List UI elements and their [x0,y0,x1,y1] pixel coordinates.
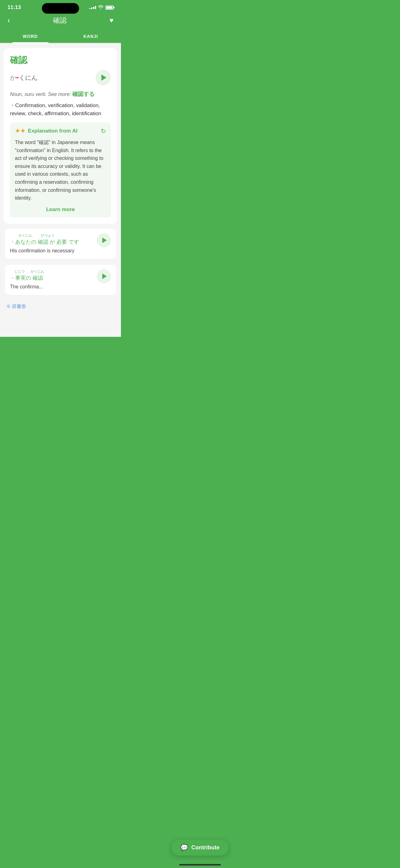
furigana-outline [16,77,19,78]
furigana-row: か くにん [10,70,111,85]
examples-section: かくにん ひつよう ・あなたの 確認 が 必要 です His confirmat… [4,224,117,312]
word-definitions: ・Confirmation, verification, validation,… [10,101,111,117]
ai-title: ✦✦ Explanation from AI [15,127,77,135]
play-example-1-button[interactable] [97,233,111,247]
dynamic-island [42,3,79,14]
nav-header: ‹ 確認 ♥ [0,13,121,30]
learn-more-button[interactable]: Learn more [15,207,106,213]
word-kanji: 確認 [10,54,111,66]
furigana-kakunin-2: かくにん [31,269,44,274]
furigana-kakunin-1: かくにん [19,233,32,238]
word-type-link[interactable]: 確認する [72,91,95,97]
sparkle-icon: ✦✦ [15,127,26,135]
main-content: 確認 か くにん Noun, suru verb. See more: 確認する… [0,43,121,337]
status-time: 11:13 [7,4,21,10]
play-icon-2 [102,274,107,279]
battery-icon [105,6,113,10]
furigana-text: か くにん [10,73,37,82]
status-right [89,5,113,10]
word-type: Noun, suru verb. See more: 確認する [10,90,111,98]
favorite-button[interactable]: ♥ [109,17,113,25]
furigana-rest: くにん [19,73,37,82]
example-content-1: かくにん ひつよう ・あなたの 確認 が 必要 です His confirmat… [10,233,94,254]
page-title: 確認 [53,16,67,25]
wifi-icon [98,5,104,10]
dictionary-note: ※ 辞書形 [5,301,116,312]
word-card: 確認 か くにん Noun, suru verb. See more: 確認する… [4,48,117,224]
example-jp-1: ・あなたの 確認 が 必要 です [10,239,94,246]
example-item: かくにん ひつよう ・あなたの 確認 が 必要 です His confirmat… [5,229,116,258]
example-en-1: His confirmation is necessary [10,247,94,254]
signal-icon [89,6,96,9]
furigana-ka: か [10,73,16,82]
tab-bar: WORD KANJI [0,30,121,43]
ai-header: ✦✦ Explanation from AI ↻ [15,127,106,135]
play-example-2-button[interactable] [97,269,111,283]
furigana-jijitsu: じじつ [14,269,25,274]
example-content-2: じじつ かくにん ・事実の 確認 The confirma... [10,269,94,290]
play-pronunciation-button[interactable] [96,70,111,85]
back-button[interactable]: ‹ [7,16,10,25]
tab-kanji[interactable]: KANJI [61,30,121,42]
play-icon [101,74,106,81]
furigana-hitsuyou: ひつよう [41,233,55,238]
example-row-1: かくにん ひつよう ・あなたの 確認 が 必要 です His confirmat… [10,233,111,254]
example-item-2: じじつ かくにん ・事実の 確認 The confirma... [5,265,116,294]
example-row-2: じじつ かくにん ・事実の 確認 The confirma... [10,269,111,290]
tab-word[interactable]: WORD [0,30,61,42]
example-jp-2: ・事実の 確認 [10,274,94,282]
example-en-2: The confirma... [10,283,94,290]
ai-text: The word "確認" in Japanese means "confirm… [15,138,106,202]
status-bar: 11:13 [0,0,121,13]
ai-explanation-box: ✦✦ Explanation from AI ↻ The word "確認" i… [10,122,111,218]
refresh-button[interactable]: ↻ [101,127,106,135]
play-icon-1 [102,238,107,243]
